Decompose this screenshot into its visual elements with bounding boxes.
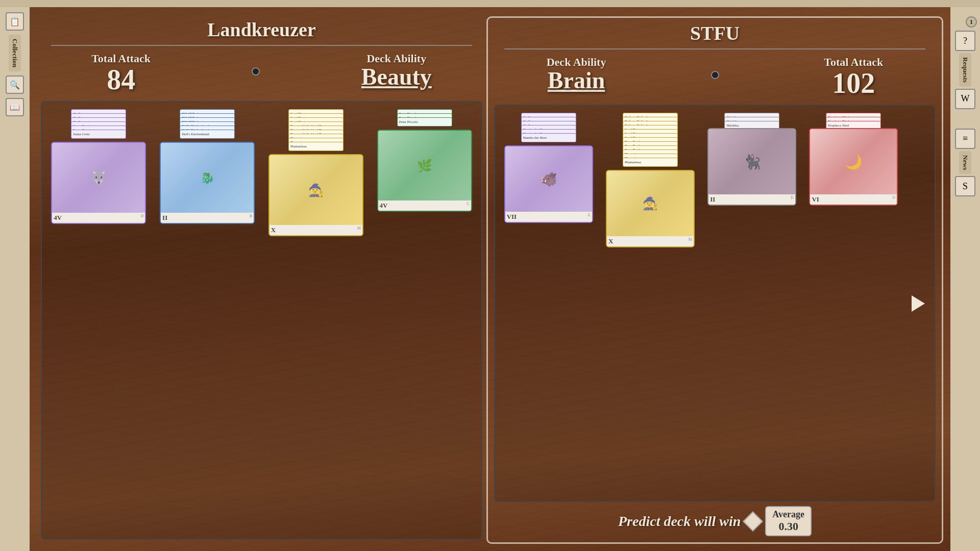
- left-c2-art-card[interactable]: 🐉 II B: [160, 142, 255, 224]
- right-player-name: STFU: [494, 22, 936, 44]
- right-col-1: Oodl Oodl Oodl Hambo the Hero Hambo the …: [499, 113, 598, 494]
- left-total-attack: Total Attack 84: [91, 52, 151, 94]
- right-col4-stack: Prophecy Bird Prophecy Bird Prophecy Bir…: [804, 113, 903, 125]
- right-player-panel: STFU Deck Ability Brain Total Attack 102: [486, 16, 943, 544]
- left-c3-footer: X M: [270, 225, 362, 235]
- left-c3-art: 🧙: [270, 155, 362, 225]
- w-icon[interactable]: W: [955, 89, 975, 109]
- left-c4-art: 🌿: [378, 131, 471, 201]
- left-attack-value: 84: [91, 65, 151, 94]
- right-attack-value: 102: [824, 69, 883, 97]
- right-ability-value: Brain: [547, 69, 606, 92]
- right-c1-footer: VII A: [505, 212, 592, 222]
- right-c2-art: 🧙: [607, 171, 694, 236]
- left-icon-2[interactable]: 📖: [6, 98, 24, 116]
- left-card-area: Oodl Oodl Oodl Izuna Crest Izuna Crest I…: [41, 101, 482, 540]
- side-right-panel: 1 ? Requests W ≡ News S: [950, 7, 980, 551]
- left-c1-footer: 4V D: [52, 213, 145, 223]
- requests-icon[interactable]: ?: [955, 31, 975, 51]
- right-c3-footer: II D: [708, 194, 795, 205]
- news-tab[interactable]: News: [959, 151, 971, 174]
- left-player-name: Landkreuzer: [41, 18, 482, 41]
- left-c1-item6: Izuna Crest: [71, 130, 126, 139]
- predict-text: Predict deck will win: [618, 513, 741, 530]
- left-col-3: Sand Pirates Sand Pirates Sand Pirates B…: [263, 109, 369, 532]
- left-stats-row: Total Attack 84 Deck Ability Beauty: [41, 52, 482, 94]
- average-block: Average 0.30: [765, 506, 812, 536]
- right-c2-item12: Plumarinaa: [623, 158, 678, 167]
- left-c1-art-card[interactable]: 🐺 4V D: [51, 142, 146, 224]
- left-col3-stack: Sand Pirates Sand Pirates Sand Pirates B…: [263, 109, 369, 151]
- play-button[interactable]: [908, 293, 928, 314]
- left-c1-art: 🐺: [52, 143, 145, 213]
- left-dot-indicator: [252, 67, 260, 76]
- top-bar: [0, 0, 980, 7]
- panels-container: Landkreuzer Total Attack 84 Deck Ability…: [37, 16, 943, 544]
- right-col3-stack: Shishika Shishika Shishika: [703, 113, 801, 125]
- left-col4-stack: Peter Piccolo Peter Piccolo Peter Piccol…: [372, 109, 477, 127]
- left-deck-ability: Deck Ability Beauty: [361, 52, 432, 89]
- right-c1-art: 🐗: [505, 146, 592, 211]
- right-col2-stack: Defacto Defender Defacto Defender Defact…: [601, 113, 699, 167]
- right-c4-footer: VI D: [810, 194, 897, 205]
- right-c3-art: 🐈‍⬛: [708, 129, 795, 194]
- right-deck-ability: Deck Ability Brain: [547, 56, 606, 92]
- play-triangle-icon: [912, 295, 925, 312]
- left-c4-item3: Peter Piccolo: [397, 117, 452, 127]
- right-c2-footer: X M: [607, 236, 694, 246]
- right-c1-item6: Hambo the Hero: [521, 133, 576, 142]
- right-c4-art-card[interactable]: 🌙 VI D: [809, 128, 898, 205]
- left-col2-stack: DC-17 Turbo DC-17 Turbo DC-17 Turbo Hell…: [155, 109, 260, 139]
- right-c4-art: 🌙: [810, 129, 897, 194]
- right-stats-row: Deck Ability Brain Total Attack 102: [494, 56, 936, 97]
- search-icon[interactable]: 🔍: [6, 76, 24, 94]
- right-col1-stack: Oodl Oodl Oodl Hambo the Hero Hambo the …: [499, 113, 598, 142]
- left-divider: [51, 45, 472, 46]
- left-col-4: Peter Piccolo Peter Piccolo Peter Piccol…: [372, 109, 477, 532]
- right-dot-indicator: [711, 71, 719, 79]
- right-col-3: Shishika Shishika Shishika 🐈‍⬛ II D: [703, 113, 801, 494]
- play-button-area: [906, 113, 930, 494]
- right-c1-art-card[interactable]: 🐗 VII A: [504, 145, 593, 222]
- requests-tab[interactable]: Requests: [959, 53, 971, 87]
- left-c2-footer: II B: [161, 213, 254, 223]
- average-value: 0.30: [772, 520, 804, 533]
- right-dot: [711, 56, 719, 79]
- predict-bar: Predict deck will win Average 0.30: [494, 502, 936, 540]
- right-c3-art-card[interactable]: 🐈‍⬛ II D: [707, 128, 796, 205]
- left-col1-stack: Oodl Oodl Oodl Izuna Crest Izuna Crest I…: [46, 109, 152, 139]
- left-dot: [252, 52, 260, 76]
- left-col-2: DC-17 Turbo DC-17 Turbo DC-17 Turbo Hell…: [155, 109, 260, 532]
- left-c3-item9: Plumarinaa: [288, 142, 344, 151]
- main-area: Landkreuzer Total Attack 84 Deck Ability…: [30, 7, 950, 551]
- right-card-area: Oodl Oodl Oodl Hambo the Hero Hambo the …: [494, 105, 936, 502]
- diamond-icon: [743, 511, 764, 532]
- collection-icon[interactable]: 📋: [6, 12, 24, 31]
- left-col-1: Oodl Oodl Oodl Izuna Crest Izuna Crest I…: [46, 109, 152, 532]
- right-col-2: Defacto Defender Defacto Defender Defact…: [601, 113, 699, 494]
- right-col-4: Prophecy Bird Prophecy Bird Prophecy Bir…: [804, 113, 903, 494]
- collection-tab[interactable]: Collection: [9, 35, 21, 71]
- left-c3-art-card[interactable]: 🧙 X M: [268, 154, 363, 236]
- right-divider: [504, 48, 925, 49]
- side-left-panel: 📋 Collection 🔍 📖: [0, 7, 30, 551]
- average-label: Average: [772, 509, 804, 520]
- left-c2-item6: Hell's Kitchenhand: [180, 130, 235, 139]
- left-ability-value: Beauty: [361, 65, 432, 89]
- right-total-attack: Total Attack 102: [824, 56, 883, 97]
- left-c2-art: 🐉: [161, 143, 254, 213]
- right-c2-art-card[interactable]: 🧙 X M: [606, 170, 695, 247]
- s-icon[interactable]: S: [955, 176, 975, 196]
- document-icon[interactable]: ≡: [955, 129, 975, 149]
- notification-badge: 1: [966, 16, 977, 28]
- left-player-panel: Landkreuzer Total Attack 84 Deck Ability…: [37, 16, 486, 544]
- left-c4-art-card[interactable]: 🌿 4V C: [377, 130, 472, 212]
- left-c4-footer: 4V C: [378, 201, 471, 211]
